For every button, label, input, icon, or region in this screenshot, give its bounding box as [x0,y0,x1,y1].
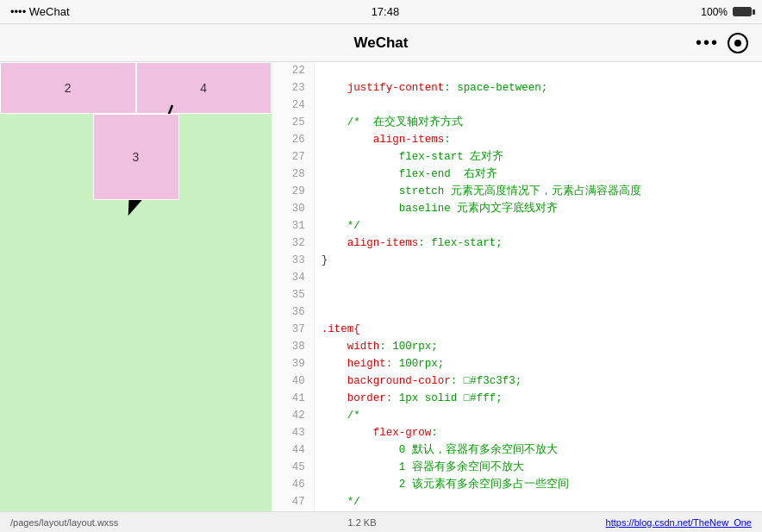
line-code: border: 1px solid □#fff; [314,390,762,407]
line-code: 0 默认，容器有多余空间不放大 [314,441,762,459]
line-number: 34 [272,269,314,286]
file-size: 1.2 KB [347,517,376,528]
preview-item-2: 2 [0,62,136,114]
line-number: 39 [272,355,314,372]
line-number: 33 [272,252,314,269]
line-code: /* 在交叉轴对齐方式 [314,114,762,131]
line-number: 42 [272,407,314,424]
carrier-text: •••• WeChat [10,5,70,18]
line-code: */ [314,217,762,235]
wechat-header: WeChat ••• [0,24,762,62]
line-code [314,269,762,286]
line-number: 35 [272,286,314,304]
blog-url[interactable]: https://blog.csdn.net/TheNew_One [606,517,752,528]
line-code: stretch 元素无高度情况下，元素占满容器高度 [314,183,762,200]
code-panel[interactable]: 2223 justify-content: space-between;2425… [272,62,762,511]
preview-item-4: 4 [136,62,272,114]
preview-item-3: 3 [93,114,179,200]
file-path: /pages/layout/layout.wxss [10,517,118,528]
line-code: /* [314,407,762,424]
record-icon [734,40,741,47]
header-dots-button[interactable]: ••• [696,33,719,53]
line-code: align-items: [314,131,762,148]
line-number: 31 [272,217,314,235]
line-number: 25 [272,114,314,131]
line-code [314,62,762,79]
status-time: 17:48 [372,5,400,18]
record-button[interactable] [728,33,748,53]
line-code: } [314,252,762,269]
line-code: */ [314,493,762,510]
line-code: baseline 元素内文字底线对齐 [314,200,762,217]
line-code: .item{ [314,321,762,338]
main-content: 2 4 3 2223 justify-content: space-betwee… [0,62,762,511]
line-number: 47 [272,493,314,510]
battery-fill [734,8,751,16]
battery-pct: 100% [701,6,728,18]
line-number: 37 [272,321,314,338]
line-number: 32 [272,235,314,252]
line-number: 44 [272,441,314,459]
line-number: 23 [272,79,314,97]
line-code: width: 100rpx; [314,338,762,355]
line-code: flex-start 左对齐 [314,148,762,166]
bottom-bar: /pages/layout/layout.wxss 1.2 KB https:/… [0,511,762,532]
line-number: 38 [272,338,314,355]
line-number: 43 [272,424,314,441]
status-right: 100% [701,6,752,18]
line-code [314,286,762,304]
line-code: align-items: flex-start; [314,235,762,252]
line-number: 46 [272,476,314,493]
header-title: WeChat [354,34,409,52]
phone-preview: 2 4 3 [0,62,272,511]
preview-row-top: 2 4 [0,62,272,114]
status-bar: •••• WeChat 17:48 100% [0,0,762,24]
code-table: 2223 justify-content: space-between;2425… [272,62,762,511]
line-code: flex-grow: [314,424,762,441]
line-code: justify-content: space-between; [314,79,762,97]
line-number: 45 [272,459,314,476]
line-code: 1 容器有多余空间不放大 [314,459,762,476]
line-number: 26 [272,131,314,148]
line-number: 40 [272,372,314,390]
line-number: 24 [272,97,314,114]
line-number: 27 [272,148,314,166]
line-number: 29 [272,183,314,200]
line-code: background-color: □#f3c3f3; [314,372,762,390]
status-left: •••• WeChat [10,5,70,18]
line-number: 22 [272,62,314,79]
line-code [314,304,762,321]
line-code [314,97,762,114]
line-number: 41 [272,390,314,407]
line-number: 28 [272,166,314,183]
battery-icon [733,7,752,16]
line-code: height: 100rpx; [314,355,762,372]
line-number: 30 [272,200,314,217]
line-number: 36 [272,304,314,321]
line-code: 2 该元素有多余空间多占一些空间 [314,476,762,493]
line-code: flex-end 右对齐 [314,166,762,183]
